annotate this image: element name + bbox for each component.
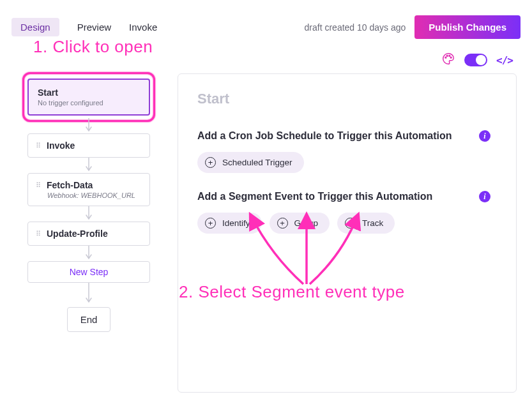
flow-column: Start No trigger configured ⠿ Invoke ⠿ F… <box>15 73 162 393</box>
view-toggle[interactable] <box>464 54 487 66</box>
flow-node-update-profile[interactable]: ⠿ Update-Profile <box>27 222 150 246</box>
flow-connector <box>88 246 89 261</box>
flow-node-subtitle: Webhook: WEBHOOK_URL <box>47 192 142 199</box>
palette-icon[interactable] <box>441 52 455 68</box>
plus-icon: + <box>205 218 216 229</box>
tab-preview[interactable]: Preview <box>77 22 111 33</box>
flow-node-fetch-data[interactable]: ⠿ Fetch-Data Webhook: WEBHOOK_URL <box>27 173 150 206</box>
pill-track[interactable]: + Track <box>337 213 395 234</box>
tab-design[interactable]: Design <box>11 18 59 36</box>
toolbar: </> <box>0 48 532 73</box>
plus-icon: + <box>345 218 356 229</box>
svg-point-3 <box>450 57 452 58</box>
section-heading: Add a Cron Job Schedule to Trigger this … <box>197 130 452 142</box>
flow-node-title: Start <box>38 87 140 98</box>
pill-group[interactable]: + Group <box>270 213 330 234</box>
flow-node-start[interactable]: Start No trigger configured <box>27 79 150 116</box>
flow-node-title: Fetch-Data <box>47 180 93 190</box>
tab-invoke[interactable]: Invoke <box>129 22 157 33</box>
svg-point-0 <box>445 57 446 58</box>
plus-icon: + <box>205 157 216 168</box>
code-icon[interactable]: </> <box>496 54 513 66</box>
draft-status: draft created 10 days ago <box>305 22 406 33</box>
info-icon[interactable]: i <box>479 191 490 202</box>
drag-handle-icon[interactable]: ⠿ <box>36 183 42 188</box>
pill-label: Track <box>362 218 383 228</box>
drag-handle-icon[interactable]: ⠿ <box>36 143 42 148</box>
info-icon[interactable]: i <box>479 130 490 142</box>
flow-node-title: Update-Profile <box>47 229 108 239</box>
header: Design Preview Invoke draft created 10 d… <box>0 0 532 48</box>
main: Start No trigger configured ⠿ Invoke ⠿ F… <box>0 73 532 393</box>
section-heading: Add a Segment Event to Trigger this Auto… <box>197 191 432 202</box>
pill-label: Identify <box>222 218 250 228</box>
tabs: Design Preview Invoke <box>11 18 157 36</box>
svg-point-2 <box>449 56 450 57</box>
detail-panel: Start Add a Cron Job Schedule to Trigger… <box>178 73 517 393</box>
plus-icon: + <box>277 218 288 229</box>
drag-handle-icon[interactable]: ⠿ <box>36 231 42 236</box>
flow-connector <box>88 118 89 133</box>
header-right: draft created 10 days ago Publish Change… <box>305 15 521 39</box>
pill-label: Group <box>294 218 319 228</box>
flow-node-title: Invoke <box>47 140 75 151</box>
flow-node-end[interactable]: End <box>67 307 111 332</box>
flow-node-invoke[interactable]: ⠿ Invoke <box>27 133 150 158</box>
flow-connector <box>88 283 89 307</box>
panel-title: Start <box>197 91 497 107</box>
flow-connector <box>88 158 89 173</box>
new-step-button[interactable]: New Step <box>27 261 150 283</box>
section-cron: Add a Cron Job Schedule to Trigger this … <box>197 130 497 173</box>
flow-connector <box>88 206 89 222</box>
publish-button[interactable]: Publish Changes <box>414 15 521 39</box>
pill-label: Scheduled Trigger <box>222 158 293 167</box>
svg-point-1 <box>446 56 448 57</box>
pill-scheduled-trigger[interactable]: + Scheduled Trigger <box>197 152 304 173</box>
flow-node-subtitle: No trigger configured <box>38 99 140 107</box>
pill-identify[interactable]: + Identify <box>197 213 262 234</box>
section-segment: Add a Segment Event to Trigger this Auto… <box>197 191 497 234</box>
